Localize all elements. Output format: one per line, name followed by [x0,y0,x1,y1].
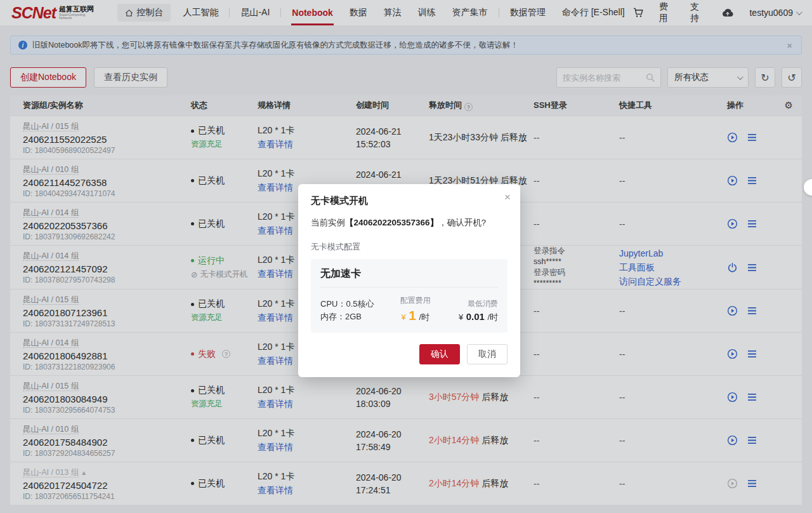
config-card-title: 无加速卡 [320,267,498,288]
cancel-button[interactable]: 取消 [467,344,508,364]
config-min-cost: 最低消费 ¥ 0.01 /时 [443,298,498,323]
confirm-button[interactable]: 确认 [419,344,460,364]
fee-label: 配置费用 [388,295,443,306]
fee-value: 1 [409,308,416,323]
modal-close-icon[interactable]: × [504,192,511,203]
config-card: 无加速卡 CPU：0.5核心 内存：2GB 配置费用 ¥ 1 /时 最低消费 ¥… [311,259,508,333]
config-section-label: 无卡模式配置 [311,241,508,253]
config-fee: 配置费用 ¥ 1 /时 [388,295,443,323]
cpu-spec: CPU：0.5核心 [320,298,388,310]
instance-id-text: 【2406202205357366】 [345,218,438,227]
min-cost-value: 0.01 [466,311,485,322]
no-card-startup-modal: 无卡模式开机 × 当前实例【2406202205357366】，确认开机? 无卡… [298,184,520,377]
config-specs: CPU：0.5核心 内存：2GB [320,298,388,323]
modal-title: 无卡模式开机 [311,195,508,207]
modal-message: 当前实例【2406202205357366】，确认开机? [311,217,508,229]
memory-spec: 内存：2GB [320,310,388,323]
min-cost-label: 最低消费 [443,298,498,309]
